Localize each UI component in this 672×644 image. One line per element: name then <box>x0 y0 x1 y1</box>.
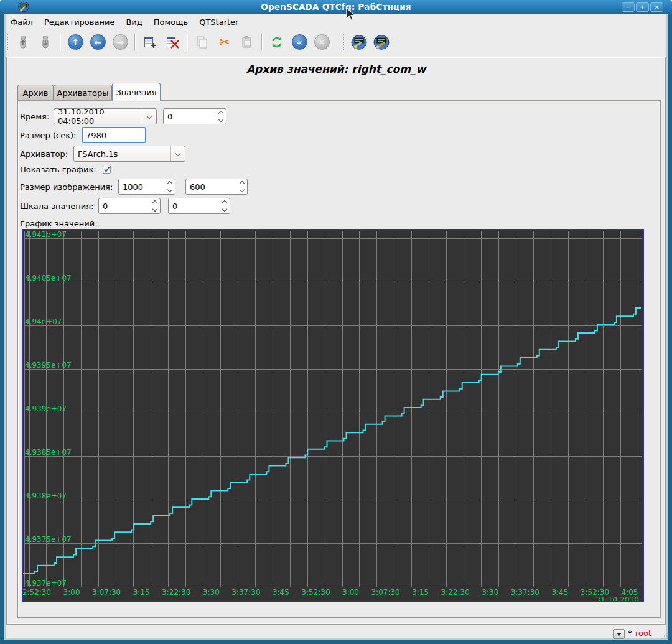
svg-text:3:22:30: 3:22:30 <box>162 588 190 597</box>
show-plot-checkbox[interactable] <box>103 166 111 174</box>
svg-text:4.94e+07: 4.94e+07 <box>25 317 62 326</box>
size-input[interactable]: 7980 <box>82 127 146 143</box>
archiver-label: Архиватор: <box>20 146 68 162</box>
tab-values[interactable]: Значения <box>112 83 161 101</box>
load-button[interactable] <box>14 34 32 51</box>
dropdown-button[interactable] <box>142 109 156 124</box>
svg-text:3:15: 3:15 <box>412 588 429 597</box>
svg-text:3:37:30: 3:37:30 <box>511 588 539 597</box>
spin-up-icon[interactable] <box>239 181 244 186</box>
svg-text:2:52:30: 2:52:30 <box>23 588 51 597</box>
svg-text:3:45: 3:45 <box>273 588 289 597</box>
toolbar-handle[interactable] <box>343 34 346 50</box>
tab-archivators[interactable]: Архиваторы <box>54 85 112 100</box>
spin-up-icon[interactable] <box>218 111 223 116</box>
svg-text:3:07:30: 3:07:30 <box>371 588 399 597</box>
arrow-right-icon: → <box>113 34 128 50</box>
cut-button[interactable]: ✂ <box>216 34 233 51</box>
refresh-button[interactable] <box>268 34 286 51</box>
spin-down-icon[interactable] <box>167 187 172 192</box>
svg-text:4.937e+07: 4.937e+07 <box>25 579 67 587</box>
paste-button[interactable] <box>238 34 256 51</box>
statusbar-user[interactable]: root <box>635 628 651 638</box>
copy-icon <box>195 35 210 50</box>
svg-text:4.9375e+07: 4.9375e+07 <box>25 535 72 544</box>
svg-text:3:45: 3:45 <box>551 588 568 597</box>
menu-bar: Файл Редактирование Вид Помощь QTStarter <box>5 15 667 29</box>
show-plot-label: Показать график: <box>20 161 96 177</box>
load-icon <box>16 35 30 50</box>
qtcfg-button[interactable] <box>350 34 368 51</box>
item-add-button[interactable] <box>141 34 159 51</box>
image-size-label: Размер изображения: <box>20 179 113 195</box>
start-button[interactable]: « <box>291 34 308 51</box>
spin-down-icon[interactable] <box>152 207 157 212</box>
menu-help[interactable]: Помощь <box>148 16 194 28</box>
spin-up-icon[interactable] <box>167 181 172 186</box>
dropdown-arrow-icon <box>617 633 622 636</box>
start-icon: « <box>292 34 307 50</box>
close-button[interactable]: × <box>650 2 663 12</box>
minimize-button[interactable]: − <box>622 2 635 12</box>
svg-text:3:15: 3:15 <box>133 588 150 597</box>
toolbar-separator <box>187 34 188 51</box>
svg-text:3:52:30: 3:52:30 <box>301 588 330 597</box>
item-delete-icon <box>165 35 180 50</box>
scale-max-spinbox[interactable]: 0 <box>168 198 230 214</box>
image-height-spinbox[interactable]: 600 <box>185 179 248 195</box>
tab-archive[interactable]: Архив <box>17 85 54 100</box>
copy-button[interactable] <box>194 34 211 51</box>
refresh-icon <box>269 35 284 50</box>
up-button[interactable]: ↑ <box>67 34 84 51</box>
svg-text:4.9405e+07: 4.9405e+07 <box>25 274 72 282</box>
statusbar-user-dropdown[interactable] <box>613 629 625 639</box>
page-title: Архив значений: right_com_w <box>0 63 672 75</box>
arrow-up-icon: ↑ <box>68 34 83 50</box>
menu-view[interactable]: Вид <box>120 16 147 28</box>
toolbar-handle[interactable] <box>7 34 10 50</box>
stop-icon: ✕ <box>314 34 330 50</box>
menu-qtstarter[interactable]: QTStarter <box>194 16 244 28</box>
svg-text:3:00: 3:00 <box>63 588 80 597</box>
forward-button[interactable]: → <box>111 34 129 51</box>
item-delete-button[interactable] <box>164 34 181 51</box>
window-border-left <box>0 14 4 644</box>
resize-grip[interactable] <box>661 632 668 642</box>
dropdown-button[interactable] <box>170 146 185 161</box>
svg-text:4.939e+07: 4.939e+07 <box>25 404 67 413</box>
item-add-icon <box>142 35 157 50</box>
spin-down-icon[interactable] <box>218 117 223 122</box>
chevron-down-icon <box>147 114 152 119</box>
cut-icon: ✂ <box>219 35 230 50</box>
svg-text:4.9385e+07: 4.9385e+07 <box>25 448 72 457</box>
menu-file[interactable]: Файл <box>5 16 39 28</box>
window-title: OpenSCADA QTCfg: РабСтнция <box>0 2 672 12</box>
qtvision-icon <box>373 34 390 50</box>
value-scale-label: Шкала значения: <box>20 198 93 214</box>
svg-text:3:00: 3:00 <box>342 588 359 597</box>
application-window: OpenSCADA QTCfg: РабСтнция − + × Файл Ре… <box>0 0 672 644</box>
save-button[interactable] <box>37 34 54 51</box>
archiver-combobox[interactable]: FSArch.1s <box>73 146 185 162</box>
time-usec-spinbox[interactable]: 0 <box>163 108 226 124</box>
qtvision-button[interactable] <box>373 34 390 51</box>
spin-down-icon[interactable] <box>239 187 244 192</box>
spin-down-icon[interactable] <box>222 207 226 212</box>
svg-text:3:30: 3:30 <box>203 588 220 597</box>
svg-text:3:22:30: 3:22:30 <box>441 588 470 597</box>
back-button[interactable]: ← <box>89 34 106 51</box>
minimize-icon: − <box>625 4 631 11</box>
scale-min-spinbox[interactable]: 0 <box>98 198 161 214</box>
chart-canvas: 4.941e+074.9405e+074.94e+074.9395e+074.9… <box>23 230 643 601</box>
spin-up-icon[interactable] <box>222 200 226 205</box>
resize-grip-icon <box>661 632 668 640</box>
maximize-button[interactable]: + <box>636 2 649 12</box>
menu-edit[interactable]: Редактирование <box>39 16 120 28</box>
qtcfg-icon <box>351 34 367 50</box>
spin-up-icon[interactable] <box>152 200 157 205</box>
maximize-icon: + <box>640 4 645 11</box>
time-combobox[interactable]: 31.10.2010 04:05:00 <box>54 108 157 124</box>
window-inner-edge-right <box>666 14 668 640</box>
stop-button[interactable]: ✕ <box>313 34 330 51</box>
image-width-spinbox[interactable]: 1000 <box>118 179 175 195</box>
